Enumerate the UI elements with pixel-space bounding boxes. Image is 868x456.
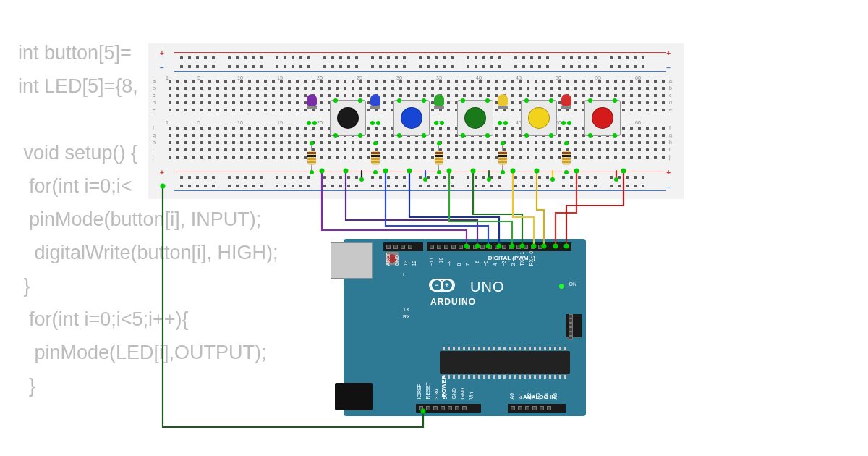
row-letter: j — [669, 154, 671, 159]
column-number: 40 — [476, 75, 482, 80]
code-line: for(int i=0;i<5;i++){ — [18, 308, 189, 330]
arduino-logo-icon: −+ — [429, 279, 455, 292]
tx-indicator-label: TX — [403, 307, 409, 312]
led-led-green[interactable] — [434, 94, 444, 116]
power-led-icon — [559, 284, 564, 289]
row-letter: a — [669, 78, 672, 83]
analog-pin-label: A3 — [535, 393, 540, 400]
digital-pin-label: 13 — [403, 261, 408, 266]
code-line: void setup() { — [18, 142, 137, 164]
digital-pin-label: RX←0 — [528, 251, 533, 266]
column-number: 50 — [556, 75, 561, 80]
column-number: 5 — [197, 120, 200, 125]
power-pin-label: IOREF — [417, 384, 422, 399]
digital-pin-label: 2 — [510, 263, 515, 266]
row-letter: d — [669, 100, 672, 105]
row-letter: h — [669, 140, 672, 145]
push-button-btn-black[interactable] — [330, 100, 366, 136]
column-number: 35 — [436, 75, 442, 80]
analog-pin-label: A4 — [544, 393, 549, 400]
row-letter: b — [153, 85, 156, 90]
column-number: 20 — [317, 120, 323, 125]
power-pin-label: 3.3V — [434, 389, 439, 399]
code-line: } — [18, 275, 30, 297]
digital-pin-label: ~6 — [474, 261, 479, 266]
column-number: 15 — [277, 120, 283, 125]
push-button-btn-blue[interactable] — [393, 100, 430, 136]
led-led-red[interactable] — [561, 94, 571, 116]
on-label: ON — [569, 282, 577, 287]
rail-minus-icon: − — [666, 183, 671, 191]
code-line: digitalWrite(button[i], HIGH); — [18, 242, 278, 263]
header-digital-right[interactable] — [427, 242, 571, 251]
analog-pin-label: A5 — [553, 393, 558, 400]
digital-pin-label: 7 — [465, 263, 470, 266]
header-icsp[interactable] — [566, 314, 582, 337]
resistor[interactable] — [307, 143, 316, 172]
power-pin-label: RESET — [425, 382, 430, 399]
atmega-chip-icon — [440, 351, 570, 374]
digital-pin-label: 4 — [492, 263, 497, 266]
digital-pin-label: ~9 — [447, 261, 452, 266]
resistor[interactable] — [371, 143, 380, 172]
row-letter: i — [153, 147, 154, 152]
led-led-yellow[interactable] — [498, 94, 508, 116]
column-number: 20 — [317, 75, 323, 80]
column-number: 45 — [516, 75, 522, 80]
column-number: 15 — [277, 75, 283, 80]
column-number: 60 — [635, 75, 641, 80]
digital-pin-label: 12 — [412, 261, 417, 266]
column-number: 25 — [357, 75, 362, 80]
rail-plus-icon: + — [666, 49, 671, 57]
arduino-uno-board[interactable]: DIGITAL (PWM ~) POWER ANALOG IN −+ UNO A… — [344, 239, 586, 416]
digital-pin-label: TX→1 — [519, 252, 524, 266]
row-letter: c — [669, 93, 672, 98]
column-number: 1 — [166, 120, 169, 125]
row-letter: h — [153, 140, 156, 145]
row-letter: a — [153, 78, 156, 83]
digital-pin-label: ~11 — [429, 258, 434, 266]
digital-pin-label: GND — [394, 255, 399, 266]
power-pin-label: GND — [451, 388, 456, 400]
rail-plus-icon: + — [160, 49, 164, 57]
push-button-btn-yellow[interactable] — [521, 100, 557, 136]
header-analog[interactable] — [508, 404, 566, 413]
row-letter: c — [153, 93, 156, 98]
l-indicator-label: L — [403, 272, 406, 277]
rail-minus-icon: − — [160, 64, 164, 72]
rail-plus-icon: + — [666, 169, 671, 177]
code-line: int button[5]= — [18, 42, 132, 64]
digital-pin-label: AREF — [386, 253, 391, 266]
resistor[interactable] — [435, 143, 443, 172]
push-button-btn-red[interactable] — [584, 100, 621, 136]
row-letter: d — [153, 100, 156, 105]
usb-port-icon — [331, 242, 373, 279]
resistor[interactable] — [562, 143, 571, 172]
push-button-btn-green[interactable] — [457, 100, 493, 136]
row-letter: b — [669, 85, 672, 90]
led-led-blue[interactable] — [370, 94, 380, 116]
power-pin-label: Vin — [469, 392, 474, 400]
row-letter: f — [153, 125, 154, 130]
header-power[interactable] — [416, 404, 481, 413]
code-line: for(int i=0;i< — [18, 175, 132, 197]
column-number: 55 — [595, 75, 601, 80]
row-letter: j — [153, 154, 154, 159]
power-jack-icon — [335, 383, 373, 410]
row-letter: e — [153, 107, 156, 112]
breadboard-rail-top: + − + − — [158, 51, 672, 74]
resistor[interactable] — [498, 143, 507, 172]
analog-pin-label: A0 — [509, 393, 514, 400]
power-pin-label: GND — [460, 388, 465, 400]
model-label: UNO — [470, 279, 504, 295]
analog-pin-label: A2 — [527, 393, 532, 400]
brand-label: ARDUINO — [430, 297, 476, 307]
code-line: pinMode(LED[i],OUTPUT); — [18, 342, 267, 363]
column-number: 60 — [635, 120, 641, 125]
header-digital-left[interactable] — [383, 242, 423, 251]
row-letter: e — [669, 107, 672, 112]
code-line: } — [18, 375, 35, 397]
led-led-purple[interactable] — [307, 94, 317, 116]
column-number: 5 — [197, 75, 200, 80]
rail-minus-icon: − — [666, 64, 671, 72]
